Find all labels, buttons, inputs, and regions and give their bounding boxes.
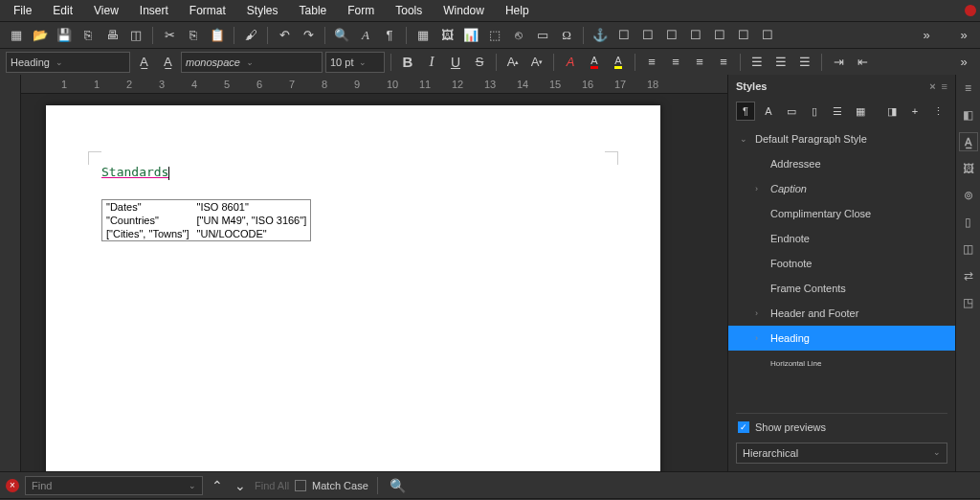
paste-icon[interactable]: 📋 [207,25,228,46]
show-previews-checkbox[interactable]: ✓ [738,421,749,433]
menu-insert[interactable]: Insert [130,1,178,20]
italic-icon[interactable]: I [421,52,442,73]
open-icon[interactable]: 📂 [30,25,51,46]
export-pdf-icon[interactable]: ⎘ [78,25,99,46]
table-cell[interactable]: ["UN M49", "ISO 3166"] [193,214,311,227]
fill-format-icon[interactable]: ◨ [882,102,902,121]
hyperlink-icon[interactable]: ⚓ [590,25,611,46]
style-row[interactable]: Endnote [728,226,955,251]
align-right-icon[interactable]: ≡ [689,52,710,73]
expand-icon[interactable]: › [755,184,765,193]
outline-icon[interactable]: ☰ [794,52,815,73]
bookmark-icon[interactable]: ☐ [637,25,658,46]
menu-table[interactable]: Table [290,1,337,20]
close-panel-icon[interactable]: × [929,80,935,92]
increase-indent-icon[interactable]: ⇥ [828,52,849,73]
heading-text[interactable]: Standards [101,165,168,179]
expand-icon[interactable]: ⌄ [740,134,749,144]
menu-format[interactable]: Format [180,1,235,20]
toolbar-overflow2-icon[interactable]: » [953,25,974,46]
track-changes-icon[interactable]: ☐ [709,25,730,46]
cut-icon[interactable]: ✂ [159,25,180,46]
number-list-icon[interactable]: ☰ [770,52,791,73]
font-color-icon[interactable]: A [584,52,605,73]
style-row[interactable]: ›Caption [728,176,955,201]
menu-view[interactable]: View [84,1,128,20]
superscript-icon[interactable]: A▴ [502,52,523,73]
strikethrough-icon[interactable]: S [469,52,490,73]
document-table[interactable]: "Dates""ISO 8601" "Countries"["UN M49", … [101,199,311,241]
find-icon[interactable]: 🔍 [331,25,352,46]
new-icon[interactable]: ▦ [6,25,27,46]
insert-image-icon[interactable]: 🖼 [436,25,457,46]
find-next-icon[interactable]: ⌄ [232,478,249,493]
styles-list[interactable]: ⌄Default Paragraph StyleAddressee›Captio… [728,125,955,411]
horizontal-ruler[interactable]: 1123456789101112131415161718 [21,75,727,94]
style-row[interactable]: ›Header and Footer [728,301,955,326]
paragraph-style-select[interactable]: Heading⌄ [6,52,130,73]
table-cell[interactable]: "Dates" [102,200,193,215]
find-all-button[interactable]: Find All [255,480,289,491]
style-row[interactable]: ⌄Default Paragraph Style [728,126,955,151]
undo-icon[interactable]: ↶ [274,25,295,46]
print-preview-icon[interactable]: ◫ [125,25,146,46]
font-size-select[interactable]: 10 pt⌄ [325,52,385,73]
frame-styles-icon[interactable]: ▭ [782,102,801,121]
find-replace-icon[interactable]: 🔍 [387,478,409,493]
shapes-icon[interactable]: ☐ [757,25,778,46]
formatting-marks-icon[interactable]: ¶ [379,25,400,46]
accessibility-tab-icon[interactable]: ◳ [959,293,978,312]
spellcheck-icon[interactable]: A [355,25,376,46]
comment-icon[interactable]: ☐ [685,25,706,46]
menu-window[interactable]: Window [434,1,494,20]
underline-icon[interactable]: U [445,52,466,73]
save-icon[interactable]: 💾 [54,25,75,46]
inspector-tab-icon[interactable]: ◫ [959,239,978,259]
new-style-icon[interactable]: A̲ [157,52,178,73]
find-input[interactable]: Find⌄ [25,476,203,495]
insert-table-icon[interactable]: ▦ [412,25,434,46]
bold-icon[interactable]: B [397,52,418,73]
close-findbar-icon[interactable]: × [6,479,19,492]
expand-icon[interactable]: › [755,333,765,343]
menu-help[interactable]: Help [496,1,539,20]
menu-styles[interactable]: Styles [237,1,288,20]
menu-edit[interactable]: Edit [43,1,82,20]
style-row[interactable]: ›Heading [728,326,955,351]
insert-chart-icon[interactable]: 📊 [460,25,481,46]
subscript-icon[interactable]: A▾ [526,52,547,73]
clone-formatting-icon[interactable]: 🖌 [240,25,261,46]
properties-tab-icon[interactable]: ◧ [959,105,978,125]
styles-tab-icon[interactable]: A̲ [959,132,978,151]
insert-textbox-icon[interactable]: ⬚ [484,25,505,46]
panel-menu-icon[interactable]: ≡ [942,80,947,92]
style-actions-icon[interactable]: ⋮ [928,102,947,121]
line-icon[interactable]: ☐ [733,25,754,46]
bullet-list-icon[interactable]: ☰ [746,52,768,73]
paragraph-styles-icon[interactable]: ¶ [736,102,755,121]
print-icon[interactable]: 🖶 [101,25,122,46]
footnote-icon[interactable]: ☐ [613,25,635,46]
toolbar-overflow-icon[interactable]: » [916,25,937,46]
page-styles-icon[interactable]: ▯ [805,102,824,121]
cross-ref-icon[interactable]: ☐ [661,25,682,46]
list-styles-icon[interactable]: ☰ [828,102,847,121]
manage-changes-tab-icon[interactable]: ⇄ [959,266,978,285]
decrease-indent-icon[interactable]: ⇤ [852,52,873,73]
align-center-icon[interactable]: ≡ [665,52,686,73]
vertical-ruler[interactable] [0,75,21,471]
table-styles-icon[interactable]: ▦ [851,102,870,121]
special-char-icon[interactable]: Ω [556,25,577,46]
match-case-checkbox[interactable] [295,480,306,491]
table-cell[interactable]: "Countries" [102,214,193,227]
new-style-from-sel-icon[interactable]: + [905,102,924,121]
align-justify-icon[interactable]: ≡ [713,52,734,73]
sidebar-settings-icon[interactable]: ≡ [959,79,978,98]
field-icon[interactable]: ▭ [532,25,553,46]
style-row[interactable]: Horizontal Line [728,351,955,375]
align-left-icon[interactable]: ≡ [641,52,662,73]
update-style-icon[interactable]: A̲ [133,52,154,73]
copy-icon[interactable]: ⎘ [183,25,204,46]
table-cell[interactable]: "ISO 8601" [193,200,311,215]
page-break-icon[interactable]: ⎋ [508,25,529,46]
